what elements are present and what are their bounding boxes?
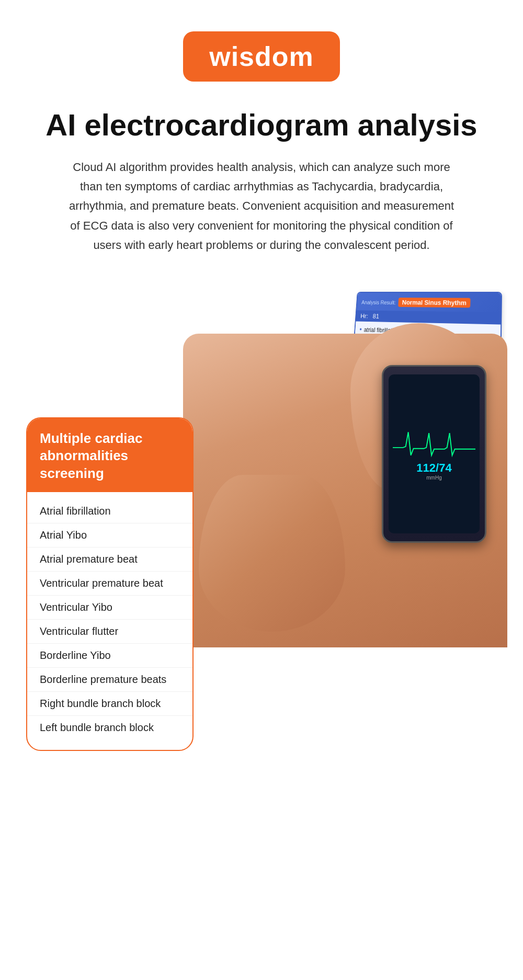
- subtitle-text: Cloud AI algorithm provides health analy…: [68, 157, 455, 255]
- title-section: AI electrocardiogram analysis Cloud AI a…: [0, 97, 523, 260]
- ecg-graph: [393, 427, 475, 458]
- bp-unit: mmHg: [426, 475, 441, 481]
- ecg-bullet: •: [359, 325, 362, 333]
- phone-mockup: 112/74 mmHg: [382, 365, 486, 543]
- analysis-label: Analysis Result:: [361, 299, 396, 305]
- left-card-item: Borderline premature beats: [27, 668, 192, 692]
- left-card-item: Ventricular flutter: [27, 620, 192, 644]
- left-card-item: Borderline Yibo: [27, 644, 192, 668]
- left-card-item: Atrial premature beat: [27, 548, 192, 572]
- left-card-item: Right bundle branch block: [27, 692, 192, 716]
- logo-badge: wisdom: [183, 31, 340, 82]
- left-card: Multiple cardiac abnormalities screening…: [26, 417, 194, 751]
- conditions-list: Atrial fibrillationAtrial YiboAtrial pre…: [27, 492, 192, 750]
- hr-value: 81: [372, 312, 379, 320]
- header-section: wisdom: [0, 0, 523, 97]
- right-image-area: 112/74 mmHg Analysis Result: Normal Sinu…: [183, 281, 507, 647]
- left-card-item: Left bundle branch block: [27, 716, 192, 739]
- left-card-item: Ventricular Yibo: [27, 596, 192, 620]
- bottom-spacer: [0, 772, 523, 793]
- hr-label: Hr:: [360, 312, 368, 320]
- analysis-result-row: Analysis Result: Normal Sinus Rhythm: [361, 295, 496, 309]
- ecg-result-header: Analysis Result: Normal Sinus Rhythm: [357, 292, 501, 312]
- left-card-item: Ventricular premature beat: [27, 572, 192, 596]
- phone-screen: 112/74 mmHg: [389, 374, 480, 533]
- analysis-result-value: Normal Sinus Rhythm: [398, 298, 470, 307]
- hand-bottom: [199, 475, 345, 632]
- content-area: Multiple cardiac abnormalities screening…: [0, 260, 523, 772]
- main-title: AI electrocardiogram analysis: [31, 108, 492, 143]
- left-card-item: Atrial Yibo: [27, 523, 192, 548]
- logo-text: wisdom: [209, 41, 314, 72]
- left-card-heading: Multiple cardiac abnormalities screening: [40, 430, 180, 483]
- left-card-header: Multiple cardiac abnormalities screening: [27, 418, 192, 492]
- bp-reading: 112/74: [416, 461, 451, 475]
- left-card-item: Atrial fibrillation: [27, 499, 192, 523]
